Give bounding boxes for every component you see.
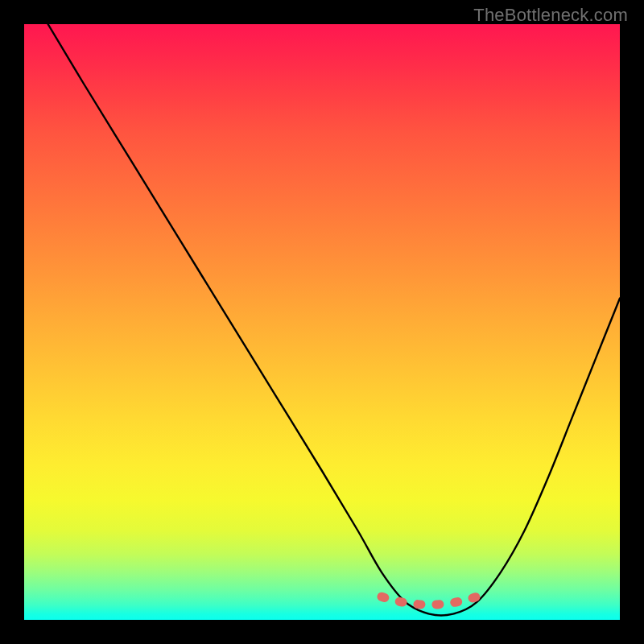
bottleneck-curve [48,24,620,615]
optimal-range-marker [382,597,477,605]
chart-svg [24,24,620,620]
plot-area [24,24,620,620]
watermark-text: TheBottleneck.com [473,5,628,26]
